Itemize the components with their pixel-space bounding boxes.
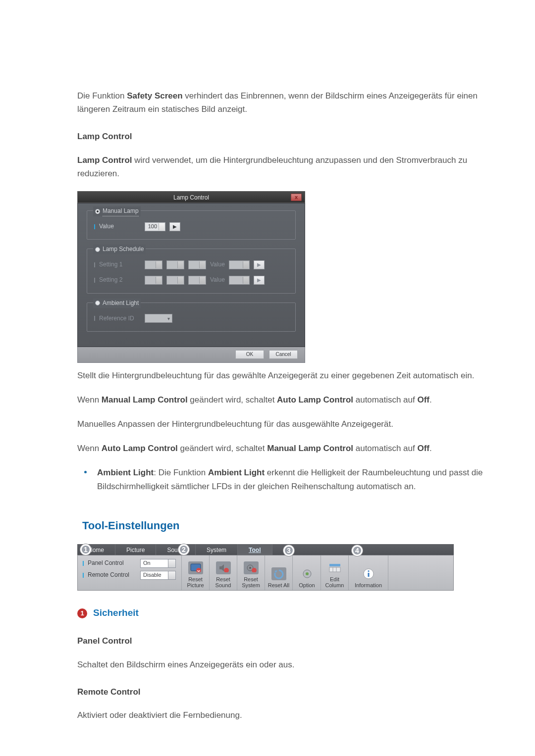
text: geändert wird, schaltet (188, 395, 277, 404)
svg-point-7 (306, 572, 309, 575)
information-icon (361, 567, 376, 580)
hour-stepper[interactable]: ▲▼ (145, 260, 162, 269)
reset-system-button[interactable]: Reset System (237, 555, 265, 590)
icon-caption: Reset Sound (212, 576, 235, 588)
lamp-control-heading: Lamp Control (77, 130, 499, 143)
ambient-light-label[interactable]: Ambient Light (93, 299, 141, 308)
value-label: Value (210, 260, 225, 269)
radio-icon[interactable] (95, 301, 100, 305)
text-bold: Lamp Control (77, 155, 132, 165)
reference-id-label: Reference ID (99, 314, 141, 323)
icon-caption: Edit Column (323, 576, 346, 588)
text: Wenn (77, 444, 102, 453)
text-bold: Safety Screen (127, 91, 182, 101)
value-stepper[interactable]: ▲▼ (229, 260, 250, 269)
tab-tool[interactable]: Tool (238, 544, 272, 555)
value-label: Value (210, 275, 225, 285)
combo-value: Disable (143, 571, 161, 580)
callout-bubble-1: 1 (80, 544, 91, 555)
text-bold: Off (417, 444, 429, 453)
text-bold: Manual Lamp Control (267, 444, 353, 453)
text-bold: Manual Lamp Control (102, 395, 188, 404)
text: Wenn (77, 395, 102, 404)
tab-sound[interactable]: Sound (156, 544, 196, 555)
icon-caption: Reset Picture (184, 576, 207, 588)
option-button[interactable]: Option (293, 555, 321, 590)
security-heading: 1Sicherheit (77, 605, 499, 620)
icon-caption: Information (355, 582, 382, 588)
indicator-icon (94, 224, 95, 229)
information-button[interactable]: Information (349, 555, 388, 590)
minute-stepper[interactable]: ▲▼ (166, 276, 184, 285)
tab-system[interactable]: System (196, 544, 238, 555)
text: . (429, 444, 432, 453)
group-title: Manual Lamp (103, 206, 139, 216)
text: wird verwendet, um die Hintergrundbeleuc… (77, 155, 467, 178)
hour-stepper[interactable]: ▲▼ (145, 276, 162, 285)
ok-button[interactable]: OK (235, 350, 264, 359)
reference-id-dropdown[interactable] (145, 314, 172, 323)
svg-rect-13 (368, 573, 369, 577)
reset-all-button[interactable]: Reset All (265, 555, 293, 590)
indicator-icon (94, 316, 95, 321)
apply-arrow-button[interactable]: ▶ (254, 260, 265, 269)
tool-settings-heading: Tool-Einstellungen (82, 517, 499, 534)
svg-rect-9 (329, 567, 340, 572)
edit-column-button[interactable]: Edit Column (321, 555, 349, 590)
dialog-title-text: Lamp Control (173, 194, 209, 201)
value-label: Value (99, 222, 141, 231)
edit-column-icon (327, 561, 342, 574)
panel-control-description: Schaltet den Bildschirm eines Anzeigeger… (77, 658, 499, 671)
panel-control-dropdown[interactable]: On▼ (140, 559, 176, 568)
radio-icon[interactable] (95, 247, 100, 252)
panel-control-subheading: Panel Control (77, 634, 499, 648)
manual-lamp-value-stepper[interactable]: 100▲▼ (145, 222, 165, 231)
panel-control-label: Panel Control (88, 558, 136, 568)
close-icon[interactable]: x (291, 194, 302, 201)
reset-system-icon (244, 561, 259, 574)
radio-icon[interactable] (95, 209, 100, 214)
ampm-stepper[interactable]: ▲▼ (188, 276, 206, 285)
reset-sound-button[interactable]: Reset Sound (210, 555, 237, 590)
minute-stepper[interactable]: ▲▼ (166, 260, 184, 269)
text: Die Funktion (77, 91, 127, 101)
reset-picture-button[interactable]: Reset Picture (182, 555, 210, 590)
manual-lamp-label[interactable]: Manual Lamp (93, 206, 141, 216)
safety-screen-paragraph: Die Funktion Safety Screen verhindert da… (77, 89, 499, 116)
setting2-label: Setting 2 (99, 275, 141, 285)
apply-arrow-button[interactable]: ▶ (169, 222, 180, 231)
svg-point-14 (368, 570, 369, 572)
indicator-icon (94, 262, 95, 267)
text-bold: Off (417, 395, 429, 404)
svg-point-2 (224, 568, 229, 572)
manual-lamp-group: Manual Lamp Value 100▲▼ ▶ (87, 210, 296, 240)
remote-control-label: Remote Control (88, 570, 136, 580)
lamp-control-dialog: Lamp Control x Manual Lamp Value 100▲▼ ▶… (77, 191, 305, 363)
text-bold: Auto Lamp Control (102, 444, 178, 453)
lamp-schedule-label[interactable]: Lamp Schedule (93, 245, 146, 254)
svg-point-4 (249, 567, 251, 569)
tool-ribbon: Home Picture Sound System Tool Panel Con… (77, 544, 454, 591)
icon-caption: Reset System (239, 576, 263, 588)
indicator-icon (83, 561, 84, 566)
heading-text: Sicherheit (93, 607, 139, 618)
cancel-button[interactable]: Cancel (269, 350, 298, 359)
remote-control-dropdown[interactable]: Disable▼ (140, 571, 176, 580)
remote-control-description: Aktiviert oder deaktiviert die Fernbedie… (77, 708, 499, 722)
indicator-icon (83, 573, 84, 578)
group-title: Lamp Schedule (103, 245, 144, 254)
value-stepper[interactable]: ▲▼ (229, 276, 250, 285)
remote-control-subheading: Remote Control (77, 685, 499, 699)
svg-rect-8 (329, 564, 340, 566)
reset-all-icon (271, 567, 286, 580)
badge-icon: 1 (77, 608, 87, 618)
tab-picture[interactable]: Picture (115, 544, 156, 555)
lamp-manual-adjust: Manuelles Anpassen der Hintergrundbeleuc… (77, 417, 499, 431)
apply-arrow-button[interactable]: ▶ (254, 276, 265, 285)
icon-caption: Reset All (268, 582, 289, 588)
text-bold: Ambient Light (208, 468, 265, 477)
lamp-auto-off-paragraph: Wenn Auto Lamp Control geändert wird, sc… (77, 442, 499, 455)
ampm-stepper[interactable]: ▲▼ (188, 260, 206, 269)
text-bold: Auto Lamp Control (277, 395, 353, 404)
dialog-titlebar: Lamp Control x (77, 191, 305, 203)
